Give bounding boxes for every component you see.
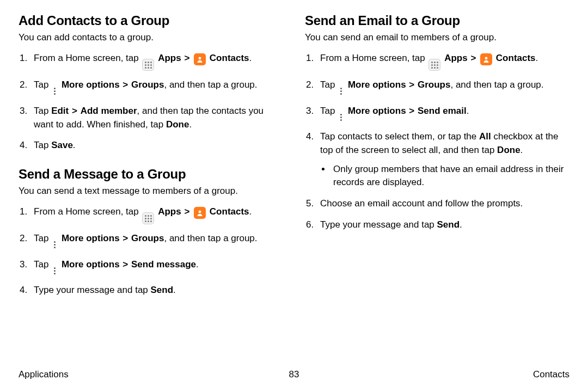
label-send-email: Send email <box>418 106 467 116</box>
label-contacts: Contacts <box>210 206 249 217</box>
intro-send-email: You can send an email to members of a gr… <box>305 32 569 44</box>
chevron-icon: > <box>408 78 415 92</box>
chevron-icon: > <box>183 52 190 65</box>
step: Tap More options > Send message. <box>19 258 283 277</box>
label-send: Send <box>151 285 174 295</box>
label-contacts: Contacts <box>210 53 249 63</box>
step: Tap More options > Send email. <box>305 105 569 123</box>
text: Tap <box>34 233 51 243</box>
svg-point-1 <box>199 210 201 213</box>
text: Type your message and tap <box>320 219 437 230</box>
apps-icon <box>428 59 440 71</box>
step: From a Home screen, tap Apps > Contacts. <box>305 52 569 71</box>
period: . <box>520 145 523 155</box>
chevron-icon: > <box>71 105 78 118</box>
label-done: Done <box>166 119 189 130</box>
period: . <box>73 140 76 150</box>
intro-add-contacts: You can add contacts to a group. <box>19 32 283 44</box>
step: Choose an email account and follow the p… <box>305 197 569 211</box>
text: Tap <box>320 106 338 116</box>
intro-send-message: You can send a text message to members o… <box>19 185 283 198</box>
step: From a Home screen, tap Apps > Contacts. <box>19 52 283 71</box>
chevron-icon: > <box>122 258 128 272</box>
label-apps: Apps <box>158 53 183 63</box>
step: Type your message and tap Send. <box>19 284 283 297</box>
step: Tap More options > Groups, and then tap … <box>305 78 569 97</box>
contacts-icon <box>194 207 206 219</box>
label-done: Done <box>497 145 520 155</box>
label-edit: Edit <box>51 106 69 116</box>
text: , and then tap the contacts you want to … <box>34 106 264 130</box>
text: , and then tap a group. <box>164 79 257 90</box>
more-options-icon <box>338 86 344 97</box>
text: From a Home screen, tap <box>34 53 141 63</box>
left-column: Add Contacts to a Group You can add cont… <box>19 13 283 311</box>
apps-icon <box>142 59 154 71</box>
sub-list: Only group members that have an email ad… <box>331 163 569 189</box>
text: Choose an email account and follow the p… <box>320 198 523 209</box>
step: Tap Save. <box>19 139 283 152</box>
text: Tap <box>34 140 51 150</box>
label-more-options: More options <box>62 233 120 243</box>
text: Tap <box>34 79 51 90</box>
period: . <box>173 285 176 295</box>
contacts-icon <box>480 53 492 65</box>
sub-item: Only group members that have an email ad… <box>331 163 569 189</box>
heading-send-message: Send a Message to a Group <box>19 167 283 182</box>
period: . <box>249 53 252 63</box>
step: Tap Edit > Add member, and then tap the … <box>19 105 283 131</box>
label-apps: Apps <box>158 206 183 217</box>
chevron-icon: > <box>408 105 415 118</box>
page-footer: Applications 83 Contacts <box>19 369 569 380</box>
period: . <box>196 259 199 270</box>
step: Type your message and tap Send. <box>305 218 569 232</box>
heading-add-contacts: Add Contacts to a Group <box>19 13 283 28</box>
footer-left: Applications <box>19 369 69 380</box>
steps-send-email: From a Home screen, tap Apps > Contacts.… <box>305 52 569 231</box>
text: , and then tap a group. <box>164 233 257 243</box>
label-save: Save <box>51 140 73 150</box>
step: Tap contacts to select them, or tap the … <box>305 130 569 189</box>
text: Tap <box>320 79 338 90</box>
label-send: Send <box>437 219 460 230</box>
chevron-icon: > <box>122 232 128 246</box>
label-groups: Groups <box>131 233 164 243</box>
text: , and then tap a group. <box>450 79 543 90</box>
label-more-options: More options <box>62 79 120 90</box>
page-number: 83 <box>289 369 299 380</box>
section-send-email: Send an Email to a Group You can send an… <box>305 13 569 231</box>
period: . <box>249 206 252 217</box>
step: Tap More options > Groups, and then tap … <box>19 78 283 97</box>
steps-add-contacts: From a Home screen, tap Apps > Contacts.… <box>19 52 283 152</box>
text: From a Home screen, tap <box>320 53 427 63</box>
page-content: Add Contacts to a Group You can add cont… <box>0 0 588 311</box>
more-options-icon <box>338 112 344 122</box>
text: Tap contacts to select them, or tap the <box>320 131 479 142</box>
svg-point-2 <box>485 57 488 60</box>
text: Tap <box>34 259 51 270</box>
step: Tap More options > Groups, and then tap … <box>19 232 283 250</box>
section-add-contacts: Add Contacts to a Group You can add cont… <box>19 13 283 152</box>
label-more-options: More options <box>62 259 120 270</box>
label-groups: Groups <box>418 79 450 90</box>
step: From a Home screen, tap Apps > Contacts. <box>19 205 283 225</box>
more-options-icon <box>51 265 58 276</box>
chevron-icon: > <box>470 52 476 65</box>
label-add-member: Add member <box>81 106 137 116</box>
steps-send-message: From a Home screen, tap Apps > Contacts.… <box>19 205 283 297</box>
label-groups: Groups <box>131 79 164 90</box>
contacts-icon <box>194 53 206 65</box>
label-apps: Apps <box>444 53 470 63</box>
period: . <box>460 219 462 230</box>
period: . <box>189 119 192 130</box>
label-all: All <box>479 131 491 142</box>
label-more-options: More options <box>348 106 406 116</box>
apps-icon <box>142 212 154 224</box>
period: . <box>536 53 538 63</box>
chevron-icon: > <box>122 78 128 92</box>
text: Tap <box>34 106 51 116</box>
label-send-message: Send message <box>131 259 196 270</box>
text: From a Home screen, tap <box>34 206 141 217</box>
more-options-icon <box>51 86 58 97</box>
heading-send-email: Send an Email to a Group <box>305 13 569 28</box>
